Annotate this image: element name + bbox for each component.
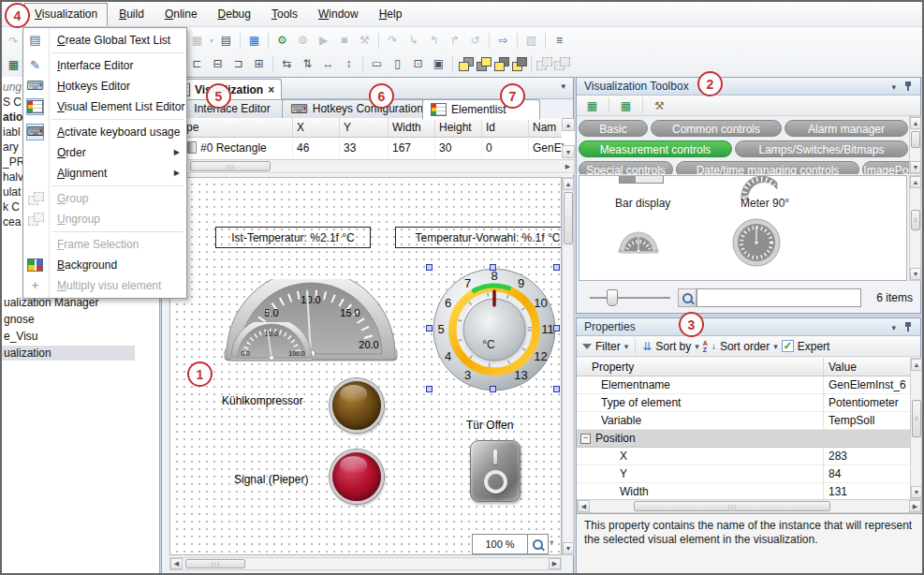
toolbox-search-button[interactable] bbox=[678, 288, 697, 307]
category-measurement-controls[interactable]: Measurement controls bbox=[579, 140, 732, 157]
selection-handle[interactable] bbox=[490, 386, 496, 392]
toolbox-item-bar-display[interactable]: 0 50 100 bbox=[619, 175, 664, 184]
tree-item-fragment[interactable]: k C bbox=[3, 200, 20, 214]
collapse-icon[interactable]: − bbox=[580, 434, 591, 444]
category-lamps-switches-bitmaps[interactable]: Lamps/Switches/Bitmaps bbox=[735, 140, 908, 157]
menu-item-activate-keyboard-usage[interactable]: ⌨ Activate keyboard usage bbox=[23, 122, 186, 142]
meter-small-element[interactable]: 0.0 50.0 100.0 bbox=[228, 322, 315, 361]
property-value[interactable]: TempSoll bbox=[823, 412, 910, 430]
column-header-height[interactable]: Height bbox=[435, 118, 482, 138]
table-hscrollbar[interactable]: | | | ▶ bbox=[162, 159, 575, 173]
menu-visualization[interactable]: Visualization bbox=[24, 3, 108, 26]
label-signal-pieper[interactable]: Signal (Pieper) bbox=[234, 473, 308, 486]
column-header-type[interactable]: ype bbox=[177, 118, 293, 138]
close-tab-icon[interactable]: × bbox=[268, 83, 274, 96]
table-scroll-up-icon[interactable]: ▲ bbox=[562, 118, 575, 131]
icon-size-slider-thumb[interactable] bbox=[607, 289, 618, 306]
selection-handle[interactable] bbox=[553, 386, 560, 392]
canvas-scroll-up-icon[interactable]: ▲ bbox=[563, 178, 574, 190]
align-left-icon[interactable]: ⊏ bbox=[187, 54, 207, 74]
meter-360-icon[interactable] bbox=[731, 217, 782, 268]
sort-by-button[interactable]: Sort by bbox=[655, 340, 691, 353]
watch-list-icon[interactable]: ≡ bbox=[550, 31, 569, 51]
tree-item-fragment[interactable]: atio bbox=[3, 111, 22, 124]
align-hcenter-icon[interactable]: ⊞ bbox=[249, 54, 269, 74]
cell-width[interactable]: 167 bbox=[389, 139, 435, 158]
tree-item-fragment[interactable]: halv bbox=[3, 170, 23, 184]
bring-to-front-icon[interactable] bbox=[457, 55, 474, 72]
canvas-hscrollbar-thumb[interactable]: | | | bbox=[185, 559, 245, 568]
align-vcenter-icon[interactable]: ⊟ bbox=[208, 54, 227, 74]
cell-x[interactable]: 46 bbox=[293, 139, 340, 158]
zoom-dropdown-icon[interactable]: ▾ bbox=[550, 538, 554, 547]
category-common-controls[interactable]: Common controls bbox=[651, 120, 782, 137]
selection-handle[interactable] bbox=[426, 386, 433, 392]
align-right-icon[interactable]: ⊐ bbox=[228, 54, 248, 74]
toolbox-pin-icon[interactable] bbox=[903, 81, 913, 92]
same-height-icon[interactable]: ↕ bbox=[339, 54, 359, 74]
items-scrollbar-thumb[interactable]: ≡ bbox=[911, 210, 920, 230]
category-imagepool[interactable]: ImagePool bbox=[862, 161, 909, 174]
tree-item-fragment[interactable]: _PR bbox=[3, 155, 24, 169]
property-value[interactable]: 283 bbox=[823, 448, 910, 465]
canvas-scroll-down-icon[interactable]: ▼ bbox=[563, 542, 574, 554]
property-row-width[interactable]: Width 131 bbox=[577, 483, 910, 499]
tree-item-fragment[interactable]: iabl bbox=[3, 125, 21, 139]
properties-scroll-up-icon[interactable]: ▲ bbox=[911, 359, 922, 371]
potentiometer-element[interactable]: 3 4 5 6 7 8 9 10 11 12 13 °C bbox=[431, 268, 558, 391]
property-value[interactable]: GenElemInst_6 bbox=[823, 376, 910, 394]
lamp-signal[interactable] bbox=[330, 450, 384, 504]
zoom-level-box[interactable]: 100 % bbox=[472, 534, 528, 554]
properties-scroll-left-icon[interactable]: ◀ bbox=[578, 500, 590, 512]
tree-item-fragment[interactable]: S C bbox=[3, 96, 22, 109]
menu-item-order[interactable]: Order ▶ bbox=[23, 142, 186, 163]
toolbox-item-bar-display-label[interactable]: Bar display bbox=[615, 197, 670, 210]
items-scroll-up-icon[interactable]: ▲ bbox=[910, 176, 921, 188]
properties-pin-icon[interactable] bbox=[903, 321, 913, 332]
menu-item-create-global-text-list[interactable]: ▤ Create Global Text List bbox=[23, 30, 186, 51]
canvas-scroll-left-icon[interactable]: ◀ bbox=[170, 558, 183, 569]
properties-scroll-right-icon[interactable]: ▶ bbox=[909, 500, 921, 512]
column-header-y[interactable]: Y bbox=[340, 118, 389, 138]
property-row-variable[interactable]: Variable TempSoll bbox=[577, 412, 910, 430]
items-scroll-down-icon[interactable]: ▼ bbox=[910, 268, 921, 280]
rocker-switch-tuer[interactable] bbox=[470, 440, 521, 502]
property-value[interactable]: Potentiometer bbox=[823, 394, 910, 412]
tree-item-fragment[interactable]: ary bbox=[3, 140, 19, 154]
property-group-position[interactable]: − Position bbox=[577, 430, 910, 448]
expert-checkbox[interactable]: ✓ bbox=[782, 340, 794, 352]
tree-item-visu[interactable]: e_Visu bbox=[2, 329, 135, 344]
global-textlist-icon[interactable]: ▦ bbox=[244, 31, 264, 51]
categories-scroll-down-icon[interactable]: ▼ bbox=[910, 161, 921, 173]
tree-item-visualization-selected[interactable]: ualization bbox=[2, 346, 135, 361]
menu-tools[interactable]: Tools bbox=[262, 5, 307, 24]
size-to-grid-icon[interactable]: ⊡ bbox=[408, 54, 428, 74]
tree-item-fragment[interactable]: ung bbox=[3, 81, 22, 94]
toolbox-search-input[interactable] bbox=[697, 288, 861, 307]
property-row-elementname[interactable]: Elementname GenElemInst_6 bbox=[577, 376, 910, 394]
tree-item-fragment[interactable]: cea bbox=[3, 215, 21, 229]
table-scroll-down-icon[interactable]: ▼ bbox=[562, 145, 575, 158]
selection-handle[interactable] bbox=[553, 325, 560, 332]
category-alarm-manager[interactable]: Alarm manager bbox=[785, 120, 908, 137]
menu-build[interactable]: Build bbox=[110, 5, 154, 24]
column-header-id[interactable]: Id bbox=[482, 118, 529, 138]
selection-handle[interactable] bbox=[553, 264, 560, 271]
canvas-hscrollbar[interactable]: ◀ | | | ▶ bbox=[169, 557, 562, 570]
sort-order-button[interactable]: Sort order bbox=[720, 340, 770, 353]
menu-window[interactable]: Window bbox=[309, 5, 368, 24]
menu-debug[interactable]: Debug bbox=[209, 5, 260, 24]
tree-item-fragment[interactable]: ulat bbox=[3, 185, 21, 199]
properties-vscrollbar[interactable]: ▲ ≡ ▼ bbox=[910, 358, 922, 499]
property-row-type[interactable]: Type of element Potentiometer bbox=[577, 394, 910, 412]
zoom-tool-button[interactable] bbox=[527, 534, 549, 554]
categories-scroll-up-icon[interactable]: ▲ bbox=[910, 117, 921, 129]
snap-grid-icon[interactable]: ▣ bbox=[429, 54, 448, 74]
selection-handle[interactable] bbox=[490, 264, 496, 271]
menu-online[interactable]: Online bbox=[155, 5, 207, 24]
cell-height[interactable]: 30 bbox=[435, 139, 482, 158]
properties-hscrollbar-thumb[interactable]: | | | bbox=[634, 501, 830, 511]
menu-item-alignment[interactable]: Alignment ▶ bbox=[23, 163, 186, 184]
property-row-y[interactable]: Y 84 bbox=[577, 465, 910, 483]
filter-dropdown-icon[interactable]: ▾ bbox=[624, 342, 629, 351]
